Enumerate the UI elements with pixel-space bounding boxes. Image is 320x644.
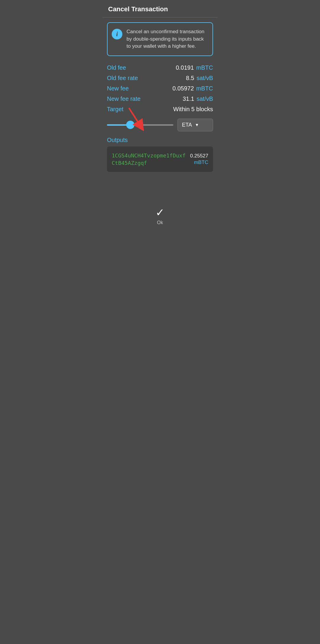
chevron-down-icon: ▼ [195,122,199,127]
old-fee-rate-row: Old fee rate 8.5 sat/vB [107,73,213,83]
old-fee-unit: mBTC [196,64,213,71]
main-content: i Cancel an unconfirmed transaction by d… [102,22,218,197]
target-row: Target Within 5 blocks [107,104,213,114]
header-divider [102,17,218,17]
header: Cancel Transaction [102,0,218,17]
old-fee-rate-label: Old fee rate [107,75,138,82]
old-fee-rate-value: 8.5 [186,75,194,82]
outputs-label: Outputs [107,137,213,144]
output-box: 1CGS4uNCH4Tvzopme1fDuxfCtB45AZzgqf 0.255… [107,146,213,172]
footer: ✓ Ok [102,197,218,231]
old-fee-value-group: 0.0191 mBTC [176,64,213,71]
old-fee-label: Old fee [107,64,126,71]
new-fee-value: 0.05972 [172,85,194,92]
new-fee-rate-value: 31.1 [183,95,194,102]
eta-label: ETA [182,122,192,128]
output-address: 1CGS4uNCH4Tvzopme1fDuxfCtB45AZzgqf [112,152,187,167]
new-fee-unit: mBTC [196,85,213,92]
old-fee-rate-unit: sat/vB [196,75,213,82]
new-fee-rate-label: New fee rate [107,95,140,102]
new-fee-rate-value-group: 31.1 sat/vB [183,95,213,102]
page-title: Cancel Transaction [108,5,168,13]
info-text: Cancel an unconfirmed transaction by dou… [127,28,207,50]
fee-rate-slider[interactable] [107,124,173,126]
target-value-group: Within 5 blocks [173,106,213,113]
slider-row: ETA ▼ [107,119,213,131]
target-label: Target [107,106,124,113]
output-unit: mBTC [194,160,208,165]
old-fee-value: 0.0191 [176,64,194,71]
target-value: Within 5 blocks [173,106,213,113]
slider-wrapper [107,124,173,126]
ok-button[interactable]: ✓ Ok [156,206,164,225]
new-fee-rate-row: New fee rate 31.1 sat/vB [107,94,213,104]
new-fee-value-group: 0.05972 mBTC [172,85,213,92]
ok-label: Ok [157,220,163,225]
info-icon-wrapper: i [112,29,122,39]
outputs-section: Outputs 1CGS4uNCH4Tvzopme1fDuxfCtB45AZzg… [107,137,213,172]
info-box: i Cancel an unconfirmed transaction by d… [107,22,213,56]
new-fee-rate-unit: sat/vB [196,95,213,102]
info-icon: i [116,31,118,38]
old-fee-rate-value-group: 8.5 sat/vB [186,75,213,82]
checkmark-icon: ✓ [156,206,164,219]
output-amount-group: 0.25527 mBTC [190,153,208,165]
output-value: 0.25527 [190,153,208,159]
eta-dropdown[interactable]: ETA ▼ [177,119,213,131]
fee-table: Old fee 0.0191 mBTC Old fee rate 8.5 sat… [107,63,213,114]
new-fee-label: New fee [107,85,129,92]
old-fee-row: Old fee 0.0191 mBTC [107,63,213,73]
page-container: Cancel Transaction i Cancel an unconfirm… [102,0,218,231]
new-fee-row: New fee 0.05972 mBTC [107,83,213,94]
